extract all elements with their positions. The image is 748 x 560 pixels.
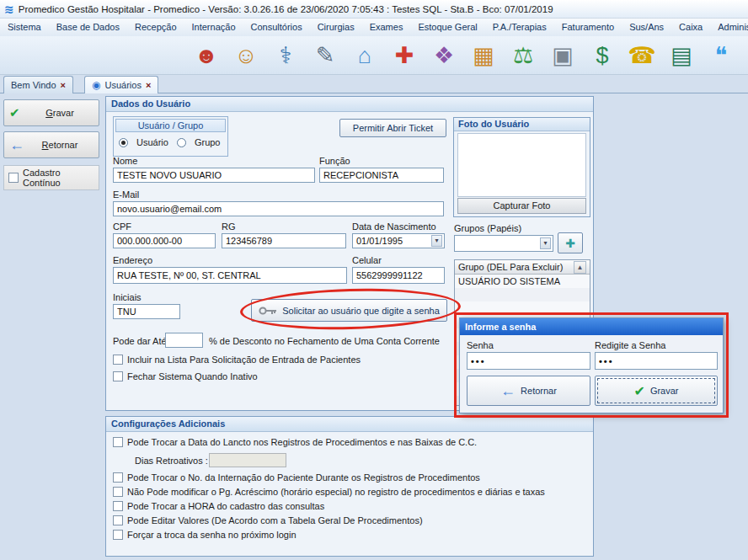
grupos-papeis-combo[interactable]: ▾	[454, 235, 553, 252]
desconto-input[interactable]	[165, 333, 203, 348]
tab-bem-vindo[interactable]: Bem Vindo ×	[3, 76, 73, 93]
market-icon[interactable]: ⚖	[507, 40, 539, 72]
checkbox-icon[interactable]	[113, 487, 123, 497]
gravar-label: Gravar	[26, 108, 94, 118]
rg-input[interactable]	[222, 233, 346, 248]
usuario-radio[interactable]	[119, 138, 128, 147]
config-checkbox-4[interactable]: Pode Trocar a HORA do cadastro das consu…	[113, 499, 545, 513]
close-tab-icon[interactable]: ×	[61, 80, 66, 90]
config-checkbox-label: Forçar a troca da senha no próximo login	[127, 530, 297, 540]
iniciais-input[interactable]	[113, 304, 180, 319]
menu-item-10[interactable]: Faturamento	[554, 19, 622, 36]
bed-icon[interactable]: ⌂	[349, 40, 381, 72]
close-tab-icon[interactable]: ×	[146, 80, 151, 90]
chevron-down-icon[interactable]: ▾	[431, 235, 442, 247]
capturar-foto-button[interactable]: Capturar Foto	[457, 198, 586, 214]
tab-usuarios[interactable]: ◉ Usuários ×	[84, 76, 158, 93]
usuario-grupo-groupbox: Usuário / Grupo Usuário Grupo	[113, 116, 228, 157]
book-icon[interactable]: ▤	[665, 40, 697, 72]
checkbox-icon[interactable]	[113, 515, 123, 525]
menu-item-4[interactable]: Internação	[184, 19, 243, 36]
cadastro-continuo-toggle[interactable]: Cadastro Contínuo	[3, 165, 99, 190]
calculator-icon[interactable]: $	[586, 40, 618, 72]
nome-input[interactable]	[113, 168, 315, 183]
sort-up-icon[interactable]: ▲	[574, 261, 586, 274]
chevron-down-icon[interactable]: ▾	[540, 237, 551, 249]
menu-item-6[interactable]: Cirurgias	[310, 19, 362, 36]
dialog-retornar-button[interactable]: ← Retornar	[467, 376, 590, 406]
config-checkbox-5[interactable]: Pode Editar Valores (De Acordo com a Tab…	[113, 514, 545, 527]
menu-item-13[interactable]: Administra	[710, 19, 748, 36]
checkbox-icon[interactable]	[8, 173, 19, 183]
window-title: Promedico Gestão Hospitalar - Promedico …	[19, 4, 553, 14]
network-icon[interactable]: ❖	[428, 40, 460, 72]
dialog-retornar-label: Retornar	[521, 386, 557, 396]
celular-input[interactable]	[352, 267, 445, 284]
menu-item-3[interactable]: Recepção	[127, 19, 184, 36]
grupos-papeis-label: Grupos (Papéis)	[454, 223, 521, 233]
grupo-list-item[interactable]: USUÁRIO DO SISTEMA	[455, 275, 590, 288]
add-group-button[interactable]: ✚	[558, 232, 583, 253]
checkbox-icon[interactable]	[113, 371, 123, 381]
incluir-lista-checkbox[interactable]: Incluir na Lista Para Solicitação de Ent…	[113, 355, 361, 365]
fechar-sistema-checkbox[interactable]: Fechar Sistema Quando Inativo	[113, 371, 258, 381]
solicitar-senha-button[interactable]: Solicitar ao usuário que digite a senha	[251, 299, 447, 322]
grid-icon[interactable]: ▥	[745, 40, 746, 72]
grupo-radio[interactable]	[177, 138, 186, 147]
stock-icon[interactable]: ▦	[467, 40, 500, 72]
menu-item-12[interactable]: Caixa	[671, 19, 710, 36]
cpf-input[interactable]	[113, 233, 216, 248]
doctor-icon[interactable]: ⚕	[270, 40, 302, 72]
informe-senha-dialog: Informe a senha Senha Redigite a Senha ←…	[459, 317, 724, 413]
check-icon: ✔	[633, 383, 644, 399]
menu-item-5[interactable]: Consultórios	[243, 19, 310, 36]
redigite-senha-input[interactable]	[595, 352, 718, 370]
user-tab-icon: ◉	[92, 79, 100, 91]
config-checkbox-2[interactable]: Pode Trocar o No. da Internação do Pacie…	[113, 471, 545, 484]
retornar-button[interactable]: ← Retornar	[3, 131, 99, 158]
celular-label: Celular	[352, 255, 382, 265]
config-checkbox-3[interactable]: Não Pode modificar o Pg. Acréscimo (horá…	[113, 485, 545, 499]
email-input[interactable]	[113, 201, 444, 216]
check-icon: ✔	[9, 105, 26, 120]
menu-item-9[interactable]: P.A./Terapias	[485, 19, 554, 36]
config-checkbox-list: Pode Trocar o No. da Internação do Pacie…	[113, 471, 545, 541]
nascimento-label: Data de Nascimento	[352, 221, 436, 232]
config-checkbox-label: Pode Editar Valores (De Acordo com a Tab…	[127, 515, 423, 525]
checkbox-icon[interactable]	[113, 472, 123, 483]
gravar-button[interactable]: ✔ Gravar	[3, 99, 99, 126]
dialog-titlebar[interactable]: Informe a senha	[460, 318, 723, 335]
retornar-label: Retornar	[26, 140, 94, 150]
checkbox-icon[interactable]	[113, 530, 123, 540]
checkbox-icon[interactable]	[113, 501, 123, 511]
endereco-input[interactable]	[113, 267, 347, 284]
menu-bar: SistemaBase de DadosRecepçãoInternaçãoCo…	[0, 19, 748, 36]
grupo-list-header[interactable]: Grupo (DEL Para Excluir) ▲	[455, 260, 590, 275]
nascimento-combo[interactable]: 01/01/1995 ▾	[352, 233, 445, 248]
menu-item-8[interactable]: Estoque Geral	[410, 19, 484, 36]
menu-item-2[interactable]: Base de Dados	[49, 19, 127, 36]
users-icon[interactable]: ☺	[230, 40, 262, 72]
menu-item-11[interactable]: Sus/Ans	[622, 19, 671, 36]
funcao-input[interactable]	[319, 168, 444, 183]
checkbox-icon[interactable]	[113, 355, 123, 365]
checkbox-icon[interactable]	[113, 437, 123, 447]
chat-icon[interactable]: ❝	[705, 40, 737, 72]
email-label: E-Mail	[113, 189, 139, 200]
trocar-data-lancto-checkbox[interactable]: Pode Trocar a Data do Lancto nos Registr…	[113, 437, 477, 447]
back-arrow-icon: ←	[500, 382, 516, 400]
safe-icon[interactable]: ▣	[547, 40, 579, 72]
dias-retroativos-label: Dias Retroativos :	[135, 456, 208, 466]
dialog-gravar-button[interactable]: ✔ Gravar	[595, 376, 718, 406]
menu-item-1[interactable]: Sistema	[0, 19, 49, 36]
clipboard-icon[interactable]: ✎	[309, 40, 341, 72]
permitir-abrir-ticket-button[interactable]: Permitir Abrir Ticket	[339, 119, 446, 137]
phone-icon[interactable]: ☎	[626, 40, 658, 72]
contacts-icon[interactable]: ☻	[190, 40, 222, 72]
window-titlebar: ≋ Promedico Gestão Hospitalar - Promedic…	[0, 0, 748, 19]
config-checkbox-6[interactable]: Forçar a troca da senha no próximo login	[113, 528, 545, 541]
senha-input[interactable]	[467, 352, 590, 370]
menu-item-7[interactable]: Exames	[362, 19, 411, 36]
nascimento-value: 01/01/1995	[356, 236, 403, 246]
ambulance-icon[interactable]: ✚	[388, 40, 420, 72]
